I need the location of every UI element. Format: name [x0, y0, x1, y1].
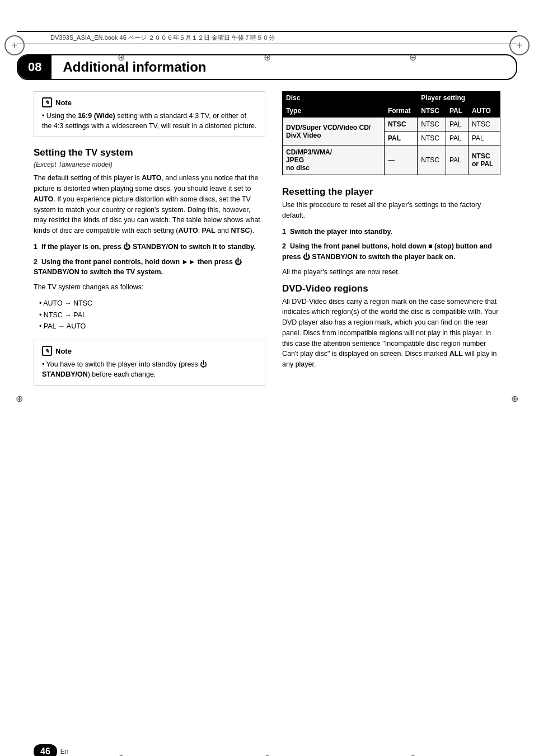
tv-system-para1: The default setting of this player is AU… — [34, 173, 265, 236]
table-row-cd: CD/MP3/WMA/JPEGno disc — NTSC PAL NTSCor… — [283, 145, 500, 175]
page-number: 46 — [34, 744, 57, 756]
pal-ntsc: NTSC — [418, 132, 446, 145]
page-lang: En — [60, 748, 69, 755]
note-title-2: ✎ Note — [42, 346, 257, 356]
top-cross-center: ⊕ — [264, 52, 271, 63]
col-player-setting: Player setting — [418, 92, 500, 105]
dvd-regions-text: All DVD-Video discs carry a region mark … — [282, 297, 500, 370]
dvd-regions-heading: DVD-Video regions — [282, 283, 500, 294]
cd-pal: PAL — [446, 145, 468, 175]
content-area: ✎ Note • Using the 16:9 (Wide) setting w… — [34, 91, 500, 396]
right-mid-cross: ⊕ — [511, 393, 518, 404]
note-icon-1: ✎ — [42, 97, 52, 107]
reset-result: All the player's settings are now reset. — [282, 267, 500, 278]
bottom-cross-right: ⊕ — [409, 753, 416, 756]
col-ntsc: NTSC — [418, 105, 446, 118]
note-title-1: ✎ Note — [42, 97, 257, 107]
tv-changes-intro: The TV system changes as follows: — [34, 282, 265, 293]
tv-system-heading: Setting the TV system — [34, 147, 265, 158]
page: ⊕ ⊕ ⊕ ⊕ ⊕ ⊕ ⊕ ⊕ DV393S_ASIA_EN.book 46 ペ… — [0, 31, 534, 756]
left-column: ✎ Note • Using the 16:9 (Wide) setting w… — [34, 91, 265, 396]
meta-bar: DV393S_ASIA_EN.book 46 ページ ２００６年５月１２日 金曜… — [17, 31, 517, 44]
col-type: Type — [283, 105, 385, 118]
note-icon-2: ✎ — [42, 346, 52, 356]
bottom-cross-center: ⊕ — [264, 753, 271, 756]
col-pal: PAL — [446, 105, 468, 118]
note-text-2: • You have to switch the player into sta… — [42, 359, 257, 379]
top-cross-right: ⊕ — [409, 52, 416, 63]
reset-step-2: 2 Using the front panel buttons, hold do… — [282, 241, 500, 262]
col-auto: AUTO — [468, 105, 500, 118]
step-1: 1 If the player is on, press ⏻ STANDBY/O… — [34, 242, 265, 252]
arrow-item-1: AUTO → NTSC — [39, 298, 265, 309]
table-row-dvd-ntsc: DVD/Super VCD/Video CD/DivX Video NTSC N… — [283, 118, 500, 132]
left-mid-cross: ⊕ — [16, 393, 23, 404]
resetting-intro: Use this procedure to reset all the play… — [282, 200, 500, 221]
arrow-list: AUTO → NTSC NTSC → PAL PAL → AUTO — [34, 298, 265, 332]
note-box-1: ✎ Note • Using the 16:9 (Wide) setting w… — [34, 91, 265, 137]
format-pal: PAL — [384, 132, 417, 145]
pal-pal: PAL — [446, 132, 468, 145]
step-2: 2 Using the front panel controls, hold d… — [34, 257, 265, 278]
format-dash: — — [384, 145, 417, 175]
page-footer: 46 En — [34, 744, 68, 756]
arrow-item-2: NTSC → PAL — [39, 310, 265, 321]
corner-reg-tr — [509, 35, 530, 55]
arrow-item-3: PAL → AUTO — [39, 321, 265, 332]
resetting-heading: Resetting the player — [282, 186, 500, 198]
disc-type-dvd: DVD/Super VCD/Video CD/DivX Video — [283, 118, 385, 145]
disc-table: Disc Player setting Type Format NTSC PAL… — [282, 91, 500, 175]
note-text-1: • Using the 16:9 (Wide) setting with a s… — [42, 111, 257, 131]
top-cross-left: ⊕ — [118, 52, 125, 63]
bottom-cross-left: ⊕ — [118, 753, 125, 756]
note-box-2: ✎ Note • You have to switch the player i… — [34, 340, 265, 386]
file-info: DV393S_ASIA_EN.book 46 ページ ２００６年５月１２日 金曜… — [50, 34, 275, 41]
chapter-number: 08 — [18, 55, 51, 79]
format-ntsc: NTSC — [384, 118, 417, 132]
cd-ntsc: NTSC — [418, 145, 446, 175]
ntsc-auto: NTSC — [468, 118, 500, 132]
corner-reg-tl — [4, 35, 25, 55]
cd-auto: NTSCor PAL — [468, 145, 500, 175]
col-format: Format — [384, 105, 417, 118]
ntsc-ntsc: NTSC — [418, 118, 446, 132]
disc-type-cd: CD/MP3/WMA/JPEGno disc — [283, 145, 385, 175]
tv-system-subheading: (Except Taiwanese model) — [34, 161, 265, 168]
right-column: Disc Player setting Type Format NTSC PAL… — [282, 91, 500, 396]
col-disc: Disc — [283, 92, 418, 105]
pal-auto: PAL — [468, 132, 500, 145]
ntsc-pal: PAL — [446, 118, 468, 132]
reset-step-1: 1 Switch the player into standby. — [282, 227, 500, 237]
